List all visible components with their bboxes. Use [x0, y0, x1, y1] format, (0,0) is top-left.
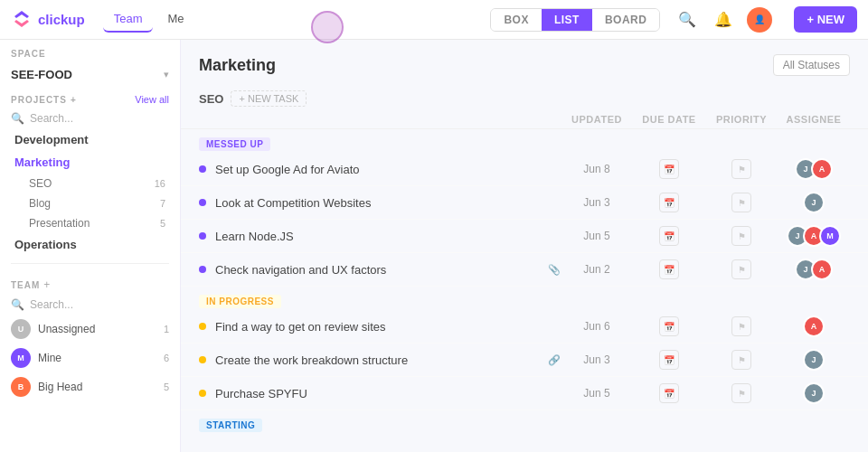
view-all-link[interactable]: View all: [135, 94, 169, 105]
nav-icons: 🔍 🔔 👤: [675, 7, 772, 33]
search-small-icon: 🔍: [11, 112, 24, 125]
calendar-icon[interactable]: 📅: [659, 316, 679, 336]
starting-section: STARTING: [181, 410, 868, 434]
task-row[interactable]: Set up Google Ad for Aviato Jun 8 📅 ⚑ J …: [181, 153, 868, 186]
sidebar-item-label-marketing: Marketing: [14, 155, 70, 169]
task-row[interactable]: Check navigation and UX factors 📎 Jun 2 …: [181, 253, 868, 287]
task-link-icon: 🔗: [548, 354, 561, 366]
priority-icon[interactable]: ⚑: [731, 383, 751, 403]
sidebar-search[interactable]: 🔍 Search...: [0, 108, 180, 128]
new-task-button[interactable]: + NEW TASK: [231, 90, 307, 107]
seo-section-header: SEO + NEW TASK: [181, 83, 868, 110]
nav-tab-team[interactable]: Team: [103, 6, 154, 33]
priority-icon[interactable]: ⚑: [731, 259, 751, 279]
logo-text: clickup: [38, 12, 85, 27]
task-row[interactable]: Create the work breakdown structure 🔗 Ju…: [181, 344, 868, 377]
assignee-avatar: A: [811, 158, 833, 180]
member-name-bighead: Big Head: [38, 381, 156, 393]
badge-messed-up: MESSED UP: [199, 137, 270, 151]
team-member-mine[interactable]: M Mine 6: [0, 344, 180, 372]
priority-icon[interactable]: ⚑: [731, 226, 751, 246]
task-cal: 📅: [633, 316, 705, 336]
nav-tab-me[interactable]: Me: [156, 6, 194, 33]
sub-label-seo: SEO: [29, 177, 52, 190]
priority-icon[interactable]: ⚑: [731, 159, 751, 179]
top-nav: clickup Team Me BOX LIST BOARD 🔍 🔔 👤 + N…: [0, 0, 868, 40]
sidebar-sub-presentation[interactable]: Presentation 5: [4, 213, 176, 233]
task-name: Purchase SPYFU: [215, 387, 561, 400]
add-project-icon[interactable]: +: [71, 95, 77, 105]
add-team-icon[interactable]: +: [43, 278, 50, 291]
nav-tabs: Team Me: [103, 6, 195, 33]
calendar-icon[interactable]: 📅: [659, 383, 679, 403]
space-chevron-icon: ▾: [164, 69, 169, 80]
status-filter[interactable]: All Statuses: [773, 54, 850, 76]
team-search-placeholder: Search...: [30, 298, 73, 311]
task-table-header: UPDATED DUE DATE PRIORITY ASSIGNEE: [181, 110, 868, 129]
member-name-unassigned: Unassigned: [38, 323, 156, 335]
task-assignee: J: [778, 382, 850, 404]
bell-icon[interactable]: 🔔: [711, 7, 736, 33]
priority-icon[interactable]: ⚑: [731, 316, 751, 336]
sidebar: SPACE SEE-FOOD ▾ PROJECTS + View all 🔍 S…: [0, 40, 181, 452]
calendar-icon[interactable]: 📅: [659, 159, 679, 179]
search-icon[interactable]: 🔍: [675, 7, 700, 33]
view-tab-box[interactable]: BOX: [491, 9, 542, 31]
priority-icon[interactable]: ⚑: [731, 193, 751, 212]
sub-count-presentation: 5: [160, 218, 165, 229]
task-status-dot: [199, 266, 206, 273]
view-tab-board[interactable]: BOARD: [592, 9, 660, 31]
view-tab-list[interactable]: LIST: [542, 9, 592, 31]
new-button[interactable]: + NEW: [794, 6, 857, 33]
team-search-icon: 🔍: [11, 298, 24, 311]
seo-label: SEO: [199, 92, 223, 106]
calendar-icon[interactable]: 📅: [659, 350, 679, 370]
task-status-dot: [199, 356, 206, 363]
priority-icon[interactable]: ⚑: [731, 350, 751, 370]
team-search[interactable]: 🔍 Search...: [0, 295, 180, 315]
calendar-icon[interactable]: 📅: [659, 259, 679, 279]
sidebar-item-marketing[interactable]: Marketing: [4, 151, 176, 174]
sidebar-item-label: Development: [14, 133, 89, 146]
assignee-avatar: J: [803, 192, 825, 213]
page-title: Marketing: [199, 56, 276, 75]
calendar-icon[interactable]: 📅: [659, 193, 679, 212]
space-section: SPACE: [0, 40, 180, 62]
operations-label: Operations: [14, 238, 77, 251]
task-priority: ⚑: [705, 226, 778, 246]
badge-starting: STARTING: [199, 419, 262, 432]
task-status-dot: [199, 199, 206, 206]
assignee-avatar: J: [803, 349, 825, 371]
task-assignee: J A: [778, 259, 850, 280]
user-avatar[interactable]: 👤: [747, 7, 772, 33]
sidebar-sub-blog[interactable]: Blog 7: [4, 193, 176, 213]
task-row[interactable]: Purchase SPYFU Jun 5 📅 ⚑ J: [181, 377, 868, 410]
team-member-bighead[interactable]: B Big Head 5: [0, 372, 180, 401]
logo: clickup: [11, 9, 85, 31]
team-member-unassigned[interactable]: U Unassigned 1: [0, 315, 180, 344]
space-name-row[interactable]: SEE-FOOD ▾: [0, 62, 180, 87]
task-row[interactable]: Find a way to get on review sites Jun 6 …: [181, 310, 868, 344]
task-status-dot: [199, 232, 206, 240]
calendar-icon[interactable]: 📅: [659, 226, 679, 246]
sidebar-item-development[interactable]: Development: [4, 128, 176, 151]
task-assignee: J A: [778, 158, 850, 180]
task-priority: ⚑: [705, 383, 778, 403]
task-status-dot: [199, 390, 206, 397]
task-cal: 📅: [633, 259, 705, 279]
task-row[interactable]: Look at Competition Websites Jun 3 📅 ⚑ J: [181, 186, 868, 220]
task-name: Check navigation and UX factors: [215, 263, 544, 277]
task-row[interactable]: Learn Node.JS Jun 5 📅 ⚑ J A M: [181, 220, 868, 253]
task-cal: 📅: [633, 383, 705, 403]
sidebar-item-operations[interactable]: Operations: [4, 233, 176, 256]
col-updated: UPDATED: [561, 114, 633, 125]
task-name: Create the work breakdown structure: [215, 353, 544, 367]
avatar-unassigned: U: [11, 319, 31, 339]
sidebar-sub-seo[interactable]: SEO 16: [4, 174, 176, 193]
sub-label-presentation: Presentation: [29, 217, 90, 230]
member-count-mine: 6: [164, 353, 169, 363]
space-label: SPACE: [11, 49, 169, 59]
task-status-dot: [199, 323, 206, 330]
task-priority: ⚑: [705, 159, 778, 179]
task-priority: ⚑: [705, 193, 778, 212]
